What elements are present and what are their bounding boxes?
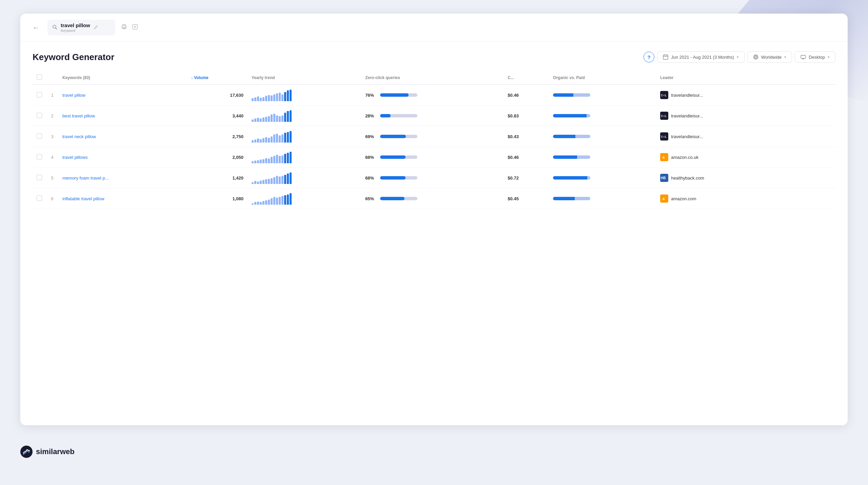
trend-bar [290, 110, 292, 122]
organic-vs-paid-cell [549, 126, 656, 147]
leader-cell: aamazon.co.uk [656, 147, 835, 168]
print-button[interactable] [121, 23, 127, 32]
trend-bar [287, 173, 289, 184]
device-chevron-icon: ▾ [828, 55, 830, 59]
date-filter-button[interactable]: Jun 2021 - Aug 2021 (3 Months) ▾ [657, 51, 745, 63]
organic-vs-paid-cell [549, 85, 656, 106]
trend-bar [265, 158, 267, 163]
trend-bar [290, 193, 292, 205]
th-volume[interactable]: ↓ Volume [187, 71, 248, 85]
cpc-cell: $0.46 [504, 85, 549, 106]
trend-bar [252, 203, 254, 205]
back-button[interactable]: ← [30, 22, 42, 33]
zero-click-bar-fill [380, 176, 406, 180]
volume-cell: 1,420 [187, 168, 248, 188]
keyword-link[interactable]: inflatable travel pillow [62, 196, 104, 201]
th-ovp[interactable]: Organic vs. Paid [549, 71, 656, 85]
export-button[interactable] [132, 23, 138, 32]
main-card: ← travel pillow Keyword [20, 14, 848, 425]
trend-bar [257, 118, 259, 122]
leader-cell: aamazon.com [656, 188, 835, 209]
keyword-link[interactable]: travel pillows [62, 155, 87, 160]
top-bar: ← travel pillow Keyword [20, 14, 848, 42]
trend-bar [281, 155, 283, 163]
zero-click-bar-bg [380, 155, 417, 159]
device-filter-button[interactable]: Desktop ▾ [795, 51, 835, 63]
trend-bar [268, 95, 270, 101]
footer: similarweb [20, 439, 848, 465]
trend-bar [260, 160, 262, 163]
zero-click-bar-fill [380, 93, 409, 97]
leader-favicon: T+L [660, 132, 668, 141]
trend-bar [252, 119, 254, 122]
keywords-table: Keywords (83) ↓ Volume Yearly trend Zero… [33, 71, 835, 209]
organic-bar [553, 114, 587, 117]
sw-logo-icon [20, 446, 33, 458]
trend-cell [248, 168, 361, 188]
trend-bar [273, 156, 275, 163]
keyword-link[interactable]: best travel pillow [62, 113, 95, 118]
table-row: 1travel pillow17,63076%$0.46T+Ltraveland… [33, 85, 835, 106]
leader-cell: T+Ltravelandleisur... [656, 126, 835, 147]
leader-wrap: T+Ltravelandleisur... [660, 132, 831, 141]
search-type: Keyword [61, 29, 90, 33]
trend-bar [281, 196, 283, 205]
row-4-checkbox[interactable] [37, 154, 42, 160]
trend-bar [254, 161, 256, 163]
row-2-checkbox[interactable] [37, 113, 42, 118]
region-filter-button[interactable]: Worldwide ▾ [747, 51, 792, 63]
row-1-checkbox[interactable] [37, 92, 42, 97]
trend-cell [248, 106, 361, 126]
leader-name: travelandleisur... [671, 113, 703, 118]
trend-bar [276, 198, 278, 205]
th-trend[interactable]: Yearly trend [248, 71, 361, 85]
th-cpc[interactable]: C... [504, 71, 549, 85]
trend-bar [257, 182, 259, 184]
trend-bar [276, 115, 278, 122]
trend-bar [268, 179, 270, 184]
trend-bar [287, 194, 289, 205]
organic-vs-paid-cell [549, 147, 656, 168]
trend-bar [287, 132, 289, 143]
header-right: ? Jun 2021 - Aug 2021 (3 Months) ▾ [644, 51, 835, 63]
edit-icon[interactable] [94, 25, 98, 31]
zero-click-pct: 68% [365, 175, 377, 181]
keyword-link[interactable]: memory foam travel p... [62, 175, 109, 181]
ovp-bar [553, 197, 590, 200]
th-leader[interactable]: Leader [656, 71, 835, 85]
trend-bar [290, 131, 292, 143]
trend-bar [254, 139, 256, 143]
paid-bar [587, 176, 590, 180]
zero-click-pct: 28% [365, 113, 377, 118]
trend-bar [276, 134, 278, 143]
leader-favicon: HB [660, 174, 668, 182]
svg-text:HB: HB [661, 176, 666, 180]
zero-click-bar-fill [380, 114, 391, 117]
search-pill: travel pillow Keyword [47, 20, 115, 35]
trend-bar [279, 116, 281, 122]
trend-bar [265, 117, 267, 122]
keyword-link[interactable]: travel pillow [62, 93, 85, 98]
trend-bar [268, 138, 270, 143]
trend-bar [271, 157, 273, 163]
row-5-checkbox[interactable] [37, 175, 42, 180]
trend-bar [268, 158, 270, 163]
row-6-checkbox[interactable] [37, 195, 42, 201]
row-checkbox-cell [33, 106, 46, 126]
row-number: 3 [46, 126, 58, 147]
row-3-checkbox[interactable] [37, 133, 42, 139]
trend-bar [257, 96, 259, 101]
organic-bar [553, 176, 587, 180]
help-button[interactable]: ? [644, 52, 654, 62]
volume-cell: 3,440 [187, 106, 248, 126]
trend-bar [279, 176, 281, 184]
th-zero-click[interactable]: Zero-click queries [361, 71, 504, 85]
leader-favicon: a [660, 153, 668, 161]
row-number: 6 [46, 188, 58, 209]
paid-bar [573, 93, 590, 97]
keyword-link[interactable]: travel neck pillow [62, 134, 96, 139]
select-all-checkbox[interactable] [37, 74, 42, 80]
th-keywords[interactable]: Keywords (83) [58, 71, 187, 85]
zero-click-bar-fill [380, 197, 405, 200]
organic-bar [553, 197, 575, 200]
